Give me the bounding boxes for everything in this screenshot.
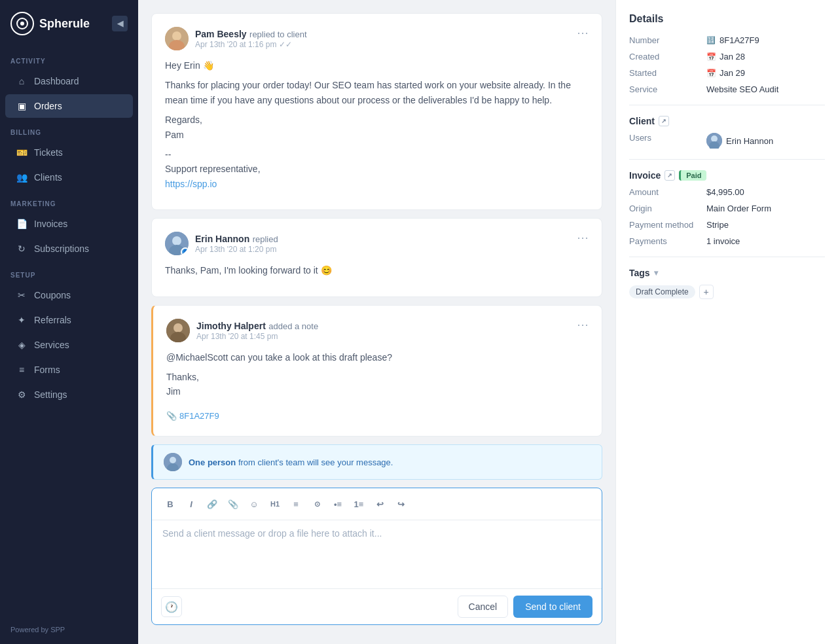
details-title: Details xyxy=(629,13,825,25)
compose-input[interactable] xyxy=(152,520,602,586)
tags-section: Tags ▾ Draft Complete + xyxy=(629,268,825,299)
sidebar-item-subscriptions[interactable]: ↻ Subscriptions xyxy=(5,237,133,260)
message-author-3: Jimothy Halpert added a note Apr 13th '2… xyxy=(166,319,318,342)
message-menu-3[interactable]: ⋯ xyxy=(577,319,589,331)
message-header-3: Jimothy Halpert added a note Apr 13th '2… xyxy=(166,319,589,342)
message-author-2: 👤 Erin Hannon replied Apr 13th '20 at 1:… xyxy=(165,232,278,255)
bold-button[interactable]: B xyxy=(161,495,179,513)
sidebar-item-coupons[interactable]: ✂ Coupons xyxy=(5,283,133,307)
h1-button[interactable]: H1 xyxy=(266,495,284,513)
section-marketing: MARKETING xyxy=(0,190,138,211)
sidebar-item-label: Settings xyxy=(34,389,67,400)
sidebar-item-orders[interactable]: ▣ Orders xyxy=(5,94,133,118)
right-panel: Details Number 🔢 8F1A27F9 Created 📅 Jan … xyxy=(615,0,838,644)
sidebar-item-settings[interactable]: ⚙ Settings xyxy=(5,383,133,406)
svg-point-12 xyxy=(170,457,176,463)
undo-button[interactable]: ↩ xyxy=(371,495,389,513)
sidebar-item-tickets[interactable]: 🎫 Tickets xyxy=(5,141,133,164)
author-name-3: Jimothy Halpert xyxy=(196,321,266,331)
author-action-3: added a note xyxy=(268,321,318,331)
bullet-list-button[interactable]: •≡ xyxy=(329,495,347,513)
divider-1 xyxy=(629,105,825,105)
banner-avatar xyxy=(164,453,182,471)
sidebar-item-label: Services xyxy=(34,340,69,350)
section-activity: ACTIVITY xyxy=(0,47,138,69)
tags-edit-icon[interactable]: ▾ xyxy=(654,268,658,277)
sidebar-item-services[interactable]: ◈ Services xyxy=(5,333,133,357)
author-action-1: replied to client xyxy=(249,29,306,39)
number-icon: 🔢 xyxy=(706,36,716,45)
schedule-button[interactable]: 🕐 xyxy=(161,596,182,617)
tags-header: Tags ▾ xyxy=(629,268,825,278)
divider-2 xyxy=(629,159,825,160)
message-menu-2[interactable]: ⋯ xyxy=(577,232,589,243)
compose-area: B I 🔗 📎 ☺ H1 ≡ ⊙ •≡ 1≡ ↩ ↪ 🕐 Cancel Send… xyxy=(151,488,602,625)
coupons-icon: ✂ xyxy=(16,289,27,301)
number-label: Number xyxy=(629,35,701,45)
detail-origin: Origin Main Order Form xyxy=(629,204,825,213)
redo-button[interactable]: ↪ xyxy=(392,495,410,513)
svg-point-15 xyxy=(711,135,718,142)
sidebar-item-label: Invoices xyxy=(34,219,67,229)
svg-point-6 xyxy=(172,236,181,245)
started-label: Started xyxy=(629,68,701,78)
sidebar-item-referrals[interactable]: ✦ Referrals xyxy=(5,308,133,332)
sidebar-item-dashboard[interactable]: ⌂ Dashboard xyxy=(5,69,133,93)
message-body-3: @MichaelScott can you take a look at thi… xyxy=(166,350,589,423)
quote-button[interactable]: ≡ xyxy=(287,495,305,513)
code-button[interactable]: ⊙ xyxy=(308,495,326,513)
spp-link[interactable]: https://spp.io xyxy=(165,179,217,189)
sidebar-item-invoices[interactable]: 📄 Invoices xyxy=(5,212,133,236)
user-name: Erin Hannon xyxy=(726,136,773,146)
message-time-3: Apr 13th '20 at 1:45 pm xyxy=(196,332,318,341)
cancel-button[interactable]: Cancel xyxy=(458,596,509,618)
back-button[interactable]: ◀ xyxy=(112,16,128,31)
invoice-status-badge: Paid xyxy=(679,170,706,181)
invoice-external-icon[interactable]: ↗ xyxy=(665,170,675,181)
link-button[interactable]: 🔗 xyxy=(203,495,221,513)
sidebar-item-label: Forms xyxy=(34,365,60,375)
created-label: Created xyxy=(629,52,701,62)
user-chip: Erin Hannon xyxy=(706,133,773,149)
message-header-1: Pam Beesly replied to client Apr 13th '2… xyxy=(165,27,589,50)
logo: Spherule ◀ xyxy=(0,0,138,47)
footer-text: Powered by SPP xyxy=(10,626,65,634)
main-content: Pam Beesly replied to client Apr 13th '2… xyxy=(138,0,838,644)
service-label: Service xyxy=(629,84,701,94)
sidebar-item-label: Referrals xyxy=(34,315,71,325)
svg-point-1 xyxy=(20,22,24,26)
invoices-icon: 📄 xyxy=(16,218,27,230)
author-action-2: replied xyxy=(253,234,278,244)
sidebar-item-label: Subscriptions xyxy=(34,243,89,254)
message-menu-1[interactable]: ⋯ xyxy=(577,27,589,39)
author-name-2: Erin Hannon xyxy=(195,234,249,244)
users-value: Erin Hannon xyxy=(706,133,773,149)
attach-button[interactable]: 📎 xyxy=(224,495,242,513)
client-external-icon[interactable]: ↗ xyxy=(659,116,669,126)
logo-icon xyxy=(10,12,34,35)
tag-add-button[interactable]: + xyxy=(699,285,714,299)
compose-footer: 🕐 Cancel Send to client xyxy=(152,588,602,624)
sidebar-item-forms[interactable]: ≡ Forms xyxy=(5,358,133,382)
detail-payments: Payments 1 invoice xyxy=(629,236,825,246)
origin-label: Origin xyxy=(629,204,701,213)
send-button[interactable]: Send to client xyxy=(513,596,592,618)
message-card-1: Pam Beesly replied to client Apr 13th '2… xyxy=(151,13,602,210)
message-card-2: 👤 Erin Hannon replied Apr 13th '20 at 1:… xyxy=(151,218,602,296)
created-value: 📅 Jan 28 xyxy=(706,52,745,62)
compose-toolbar: B I 🔗 📎 ☺ H1 ≡ ⊙ •≡ 1≡ ↩ ↪ xyxy=(152,488,602,520)
payment-method-label: Payment method xyxy=(629,220,701,230)
emoji-button[interactable]: ☺ xyxy=(245,495,263,513)
sidebar-footer: Powered by SPP xyxy=(0,615,138,644)
attachment-link[interactable]: 📎 8F1A27F9 xyxy=(166,410,219,423)
forms-icon: ≡ xyxy=(16,364,27,376)
detail-service: Service Website SEO Audit xyxy=(629,84,825,94)
sidebar-item-clients[interactable]: 👥 Clients xyxy=(5,166,133,189)
message-time-1: Apr 13th '20 at 1:16 pm ✓✓ xyxy=(195,40,307,49)
ordered-list-button[interactable]: 1≡ xyxy=(350,495,368,513)
detail-users: Users Erin Hannon xyxy=(629,133,825,149)
sidebar-item-label: Clients xyxy=(34,172,62,183)
avatar-pam xyxy=(165,27,189,50)
italic-button[interactable]: I xyxy=(182,495,200,513)
detail-payment-method: Payment method Stripe xyxy=(629,220,825,230)
